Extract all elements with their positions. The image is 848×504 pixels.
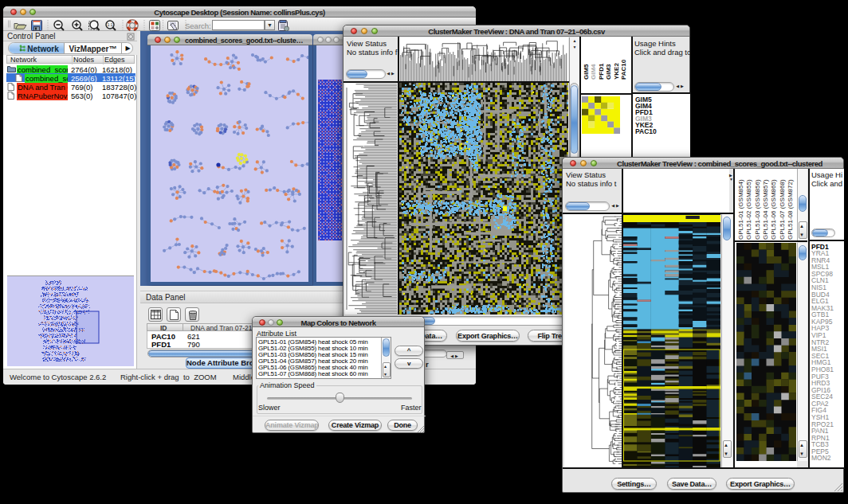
svg-text:1:1: 1:1: [108, 22, 113, 27]
